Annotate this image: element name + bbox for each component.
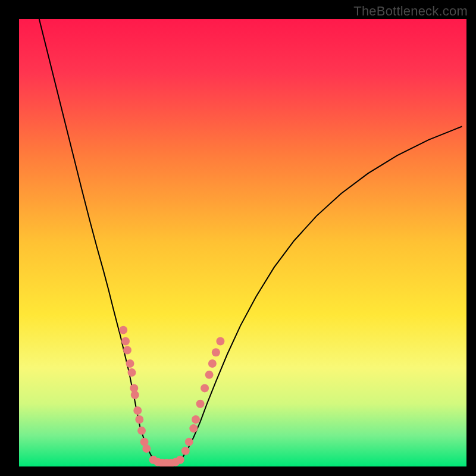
data-point [205,371,214,379]
watermark-text: TheBottleneck.com [353,4,468,19]
data-point [189,424,198,433]
chart-stage: TheBottleneck.com [0,0,476,476]
data-point [126,359,134,368]
data-point [137,427,146,435]
data-point [216,337,224,345]
data-point [196,400,205,408]
data-point [181,447,190,455]
data-point [135,415,143,424]
data-point [121,337,130,345]
data-point [142,444,151,453]
data-point [123,346,131,354]
data-point [192,415,200,424]
gradient-background [19,19,466,466]
data-point [208,359,217,368]
data-point [201,384,209,392]
plot-area [19,19,466,466]
data-point [119,326,127,334]
data-point [128,368,136,377]
data-point [133,406,142,415]
plot-svg [19,19,466,466]
data-point [185,438,193,446]
data-point [176,456,184,464]
data-point [131,391,139,399]
data-point [212,348,220,356]
